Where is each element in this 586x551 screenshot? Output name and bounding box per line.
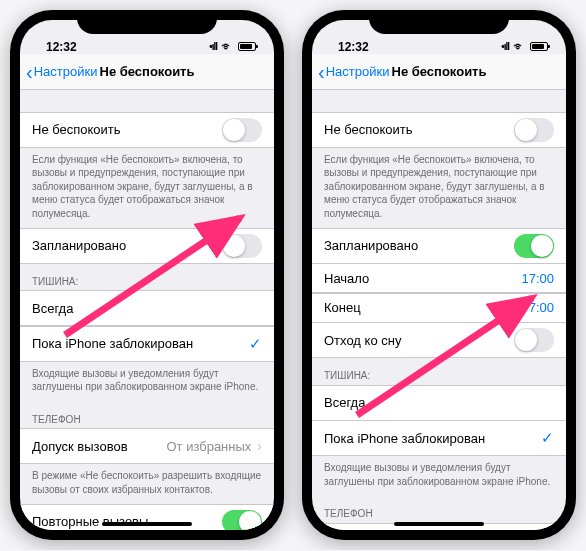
dnd-label: Не беспокоить: [324, 122, 413, 137]
row-silence-locked[interactable]: Пока iPhone заблокирован ✓: [312, 420, 566, 456]
dnd-toggle[interactable]: [514, 118, 554, 142]
phone-header: ТЕЛЕФОН: [20, 402, 274, 429]
wifi-icon: [513, 39, 526, 54]
scheduled-toggle[interactable]: [514, 234, 554, 258]
chevron-left-icon: ‹: [318, 62, 325, 82]
row-dnd[interactable]: Не беспокоить: [312, 112, 566, 148]
status-time: 12:32: [42, 40, 77, 54]
dnd-footer: Если функция «Не беспокоить» включена, т…: [20, 148, 274, 229]
row-dnd[interactable]: Не беспокоить: [20, 112, 274, 148]
notch: [369, 10, 509, 34]
scheduled-label: Запланировано: [32, 238, 126, 253]
check-icon: ✓: [249, 335, 262, 353]
dnd-footer: Если функция «Не беспокоить» включена, т…: [312, 148, 566, 229]
signal-icon: [209, 41, 217, 52]
wifi-icon: [221, 39, 234, 54]
time-end-label: Конец: [324, 300, 361, 315]
device-left: 12:32 ‹ Настройки Не беспокоить Не беспо…: [10, 10, 284, 540]
status-icons: [501, 39, 548, 54]
silence-always-label: Всегда: [32, 301, 73, 316]
row-time-start[interactable]: Начало 17:00: [312, 263, 566, 293]
chevron-right-icon: ›: [257, 438, 262, 454]
repeat-toggle[interactable]: [222, 510, 262, 531]
battery-icon: [238, 42, 256, 51]
home-indicator: [102, 522, 192, 526]
silence-locked-label: Пока iPhone заблокирован: [32, 336, 193, 351]
nav-title: Не беспокоить: [392, 64, 487, 79]
silence-header: ТИШИНА:: [312, 358, 566, 385]
allow-calls-label: Допуск вызовов: [32, 439, 128, 454]
row-repeat[interactable]: Повторные вызовы: [20, 504, 274, 531]
row-scheduled[interactable]: Запланировано: [20, 228, 274, 264]
row-silence-locked[interactable]: Пока iPhone заблокирован ✓: [20, 326, 274, 362]
scheduled-toggle[interactable]: [222, 234, 262, 258]
allow-calls-value: От избранных: [166, 439, 251, 454]
silence-footer: Входящие вызовы и уведомления будут загл…: [312, 456, 566, 496]
silence-always-label: Всегда: [324, 395, 365, 410]
silence-locked-label: Пока iPhone заблокирован: [324, 431, 485, 446]
row-silence-always[interactable]: Всегда: [312, 385, 566, 421]
check-icon: ✓: [541, 429, 554, 447]
content-left[interactable]: Не беспокоить Если функция «Не беспокоит…: [20, 90, 274, 530]
battery-icon: [530, 42, 548, 51]
dnd-toggle[interactable]: [222, 118, 262, 142]
signal-icon: [501, 41, 509, 52]
bedtime-toggle[interactable]: [514, 328, 554, 352]
phone-header: ТЕЛЕФОН: [312, 496, 566, 523]
time-end-value: 7:00: [529, 300, 554, 315]
scheduled-label: Запланировано: [324, 238, 418, 253]
back-button[interactable]: ‹ Настройки: [26, 62, 97, 82]
silence-header: ТИШИНА:: [20, 264, 274, 291]
nav-title: Не беспокоить: [100, 64, 195, 79]
time-start-label: Начало: [324, 271, 369, 286]
row-scheduled[interactable]: Запланировано: [312, 228, 566, 264]
home-indicator: [394, 522, 484, 526]
notch: [77, 10, 217, 34]
row-silence-always[interactable]: Всегда: [20, 290, 274, 326]
back-label: Настройки: [34, 64, 98, 79]
time-start-value: 17:00: [521, 271, 554, 286]
status-time: 12:32: [334, 40, 369, 54]
content-right[interactable]: Не беспокоить Если функция «Не беспокоит…: [312, 90, 566, 530]
device-right: 12:32 ‹ Настройки Не беспокоить Не беспо…: [302, 10, 576, 540]
back-label: Настройки: [326, 64, 390, 79]
dnd-label: Не беспокоить: [32, 122, 121, 137]
silence-footer: Входящие вызовы и уведомления будут загл…: [20, 362, 274, 402]
back-button[interactable]: ‹ Настройки: [318, 62, 389, 82]
allow-footer: В режиме «Не беспокоить» разрешить входя…: [20, 464, 274, 504]
bedtime-label: Отход ко сну: [324, 333, 401, 348]
nav-bar: ‹ Настройки Не беспокоить: [312, 54, 566, 90]
row-allow-calls[interactable]: Допуск вызовов От избранных ›: [20, 428, 274, 464]
status-icons: [209, 39, 256, 54]
row-bedtime[interactable]: Отход ко сну: [312, 322, 566, 358]
row-time-end[interactable]: Конец 7:00: [312, 293, 566, 323]
nav-bar: ‹ Настройки Не беспокоить: [20, 54, 274, 90]
screen-left: 12:32 ‹ Настройки Не беспокоить Не беспо…: [20, 20, 274, 530]
screen-right: 12:32 ‹ Настройки Не беспокоить Не беспо…: [312, 20, 566, 530]
chevron-left-icon: ‹: [26, 62, 33, 82]
